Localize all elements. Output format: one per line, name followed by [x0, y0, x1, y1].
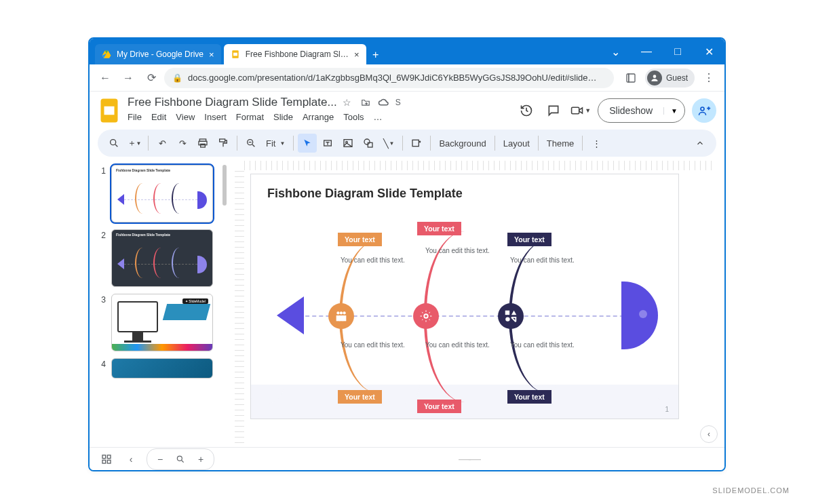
meet-icon[interactable]: ▼	[570, 100, 591, 121]
url-field[interactable]: 🔒 docs.google.com/presentation/d/1aKzgbb…	[164, 68, 614, 88]
svg-rect-9	[104, 106, 115, 115]
print-button[interactable]	[193, 134, 212, 153]
select-tool[interactable]	[298, 134, 317, 153]
slide-title[interactable]: Fishbone Diagram Slide Template	[267, 187, 463, 201]
menu-view[interactable]: View	[176, 112, 195, 122]
minimize-button[interactable]: —	[631, 39, 662, 64]
scrollbar[interactable]	[222, 165, 227, 206]
zoom-out-button[interactable]: −	[151, 450, 169, 468]
forward-button[interactable]: →	[118, 68, 138, 88]
background-button[interactable]: Background	[435, 134, 490, 153]
shape-tool[interactable]	[359, 134, 378, 153]
grid-view-button[interactable]	[98, 450, 115, 468]
slide-thumbnail-2[interactable]: Fishbone Diagram Slide Template	[111, 229, 213, 287]
bone-subtext[interactable]: You can edit this text.	[510, 341, 578, 349]
toolbar: ＋▼ ↶ ↷ Fit ▼ ╲ ▼ Background Layout Theme	[98, 130, 716, 157]
expand-side-panel-button[interactable]: ‹	[700, 425, 718, 443]
new-slide-button[interactable]: ＋▼	[125, 134, 144, 153]
bone-subtext[interactable]: You can edit this text.	[425, 246, 493, 255]
guest-label: Guest	[666, 73, 688, 83]
search-menus-button[interactable]	[104, 134, 123, 153]
close-icon[interactable]: ×	[354, 50, 360, 60]
slide-canvas[interactable]: Fishbone Diagram Slide Template Your tex…	[251, 174, 678, 419]
bone-label-top[interactable]: Your text	[417, 222, 461, 235]
slides-logo-icon[interactable]	[98, 96, 121, 125]
window-controls: ⌄ — □ ✕	[600, 39, 724, 64]
chevron-down-icon[interactable]: ▼	[663, 107, 684, 115]
redo-button[interactable]: ↷	[173, 134, 192, 153]
profile-chip[interactable]: Guest	[645, 69, 695, 88]
menu-more[interactable]: …	[374, 112, 383, 122]
textbox-tool[interactable]	[318, 134, 337, 153]
layout-button[interactable]: Layout	[499, 134, 534, 153]
drag-handle-icon[interactable]: ——	[221, 452, 716, 466]
slide-thumbnail-4[interactable]	[111, 358, 213, 379]
line-tool[interactable]: ╲ ▼	[379, 134, 398, 153]
shapes-icon[interactable]	[498, 303, 524, 329]
bone-subtext[interactable]: You can edit this text.	[510, 256, 578, 265]
comments-icon[interactable]	[543, 100, 564, 121]
image-tool[interactable]	[338, 134, 357, 153]
app-header: Free Fishbone Diagram Slide Template... …	[90, 92, 724, 125]
close-window-button[interactable]: ✕	[693, 39, 724, 64]
svg-rect-29	[343, 315, 347, 321]
bone-label-bottom[interactable]: Your text	[338, 390, 382, 404]
menu-format[interactable]: Format	[236, 112, 264, 122]
menu-tools[interactable]: Tools	[343, 112, 364, 122]
bone-subtext[interactable]: You can edit this text.	[341, 341, 408, 349]
star-icon[interactable]: ☆	[343, 97, 355, 108]
document-title[interactable]: Free Fishbone Diagram Slide Template...	[128, 96, 337, 109]
close-icon[interactable]: ×	[209, 50, 214, 60]
theme-button[interactable]: Theme	[543, 134, 578, 153]
collapse-filmstrip-button[interactable]: ‹	[122, 450, 140, 468]
bone-label-top[interactable]: Your text	[507, 233, 551, 246]
history-icon[interactable]	[516, 100, 537, 121]
slide-thumbnail-1[interactable]: Fishbone Diagram Slide Template	[111, 165, 213, 222]
menu-arrange[interactable]: Arrange	[303, 112, 334, 122]
tab-title: My Drive - Google Drive	[117, 50, 204, 59]
menu-insert[interactable]: Insert	[204, 112, 227, 122]
reading-list-icon[interactable]	[621, 68, 641, 88]
collapse-toolbar-button[interactable]	[691, 134, 710, 153]
zoom-level[interactable]: Fit ▼	[262, 134, 289, 153]
svg-point-7	[653, 75, 657, 78]
svg-point-37	[177, 456, 182, 461]
canvas[interactable]: Fishbone Diagram Slide Template Your tex…	[232, 161, 724, 465]
cloud-status-icon[interactable]	[378, 98, 390, 107]
svg-point-32	[505, 317, 509, 321]
zoom-in-button[interactable]: +	[192, 450, 210, 468]
bottom-bar: ‹ − + ——	[90, 447, 724, 470]
svg-rect-22	[368, 142, 373, 147]
slideshow-button[interactable]: Slideshow ▼	[598, 98, 685, 123]
undo-button[interactable]: ↶	[153, 134, 172, 153]
move-icon[interactable]	[360, 98, 372, 107]
more-tools-button[interactable]: ⋮	[587, 134, 606, 153]
bone-subtext[interactable]: You can edit this text.	[425, 341, 493, 349]
bone-label-bottom[interactable]: Your text	[417, 400, 461, 413]
zoom-out-button[interactable]	[241, 134, 260, 153]
menu-file[interactable]: File	[128, 112, 142, 122]
fish-tail-icon[interactable]	[277, 296, 304, 334]
bone-subtext[interactable]: You can edit this text.	[341, 256, 408, 265]
browser-tab-drive[interactable]: My Drive - Google Drive ×	[95, 44, 221, 64]
back-button[interactable]: ←	[95, 68, 115, 88]
slide-thumbnail-3[interactable]: ✦ SlideModel	[111, 294, 213, 351]
transition-button[interactable]	[407, 134, 426, 153]
maximize-button[interactable]: □	[662, 39, 693, 64]
menu-slide[interactable]: Slide	[273, 112, 293, 122]
window-dropdown-button[interactable]: ⌄	[600, 39, 631, 64]
browser-tab-slides[interactable]: Free Fishbone Diagram Slide Tem ×	[224, 44, 366, 64]
filmstrip[interactable]: 1 Fishbone Diagram Slide Template 2 Fish…	[90, 161, 232, 465]
browser-menu-button[interactable]: ⋮	[699, 68, 719, 88]
menu-edit[interactable]: Edit	[151, 112, 166, 122]
paint-format-button[interactable]	[214, 134, 233, 153]
zoom-reset-button[interactable]	[172, 450, 189, 468]
reload-button[interactable]: ⟳	[141, 68, 161, 88]
share-button[interactable]	[692, 98, 716, 123]
people-icon[interactable]	[328, 303, 354, 329]
bone-label-bottom[interactable]: Your text	[507, 390, 551, 404]
bone-label-top[interactable]: Your text	[338, 233, 382, 246]
menu-bar: File Edit View Insert Format Slide Arran…	[128, 112, 509, 122]
gear-icon[interactable]	[413, 303, 439, 329]
new-tab-button[interactable]: +	[366, 45, 385, 64]
